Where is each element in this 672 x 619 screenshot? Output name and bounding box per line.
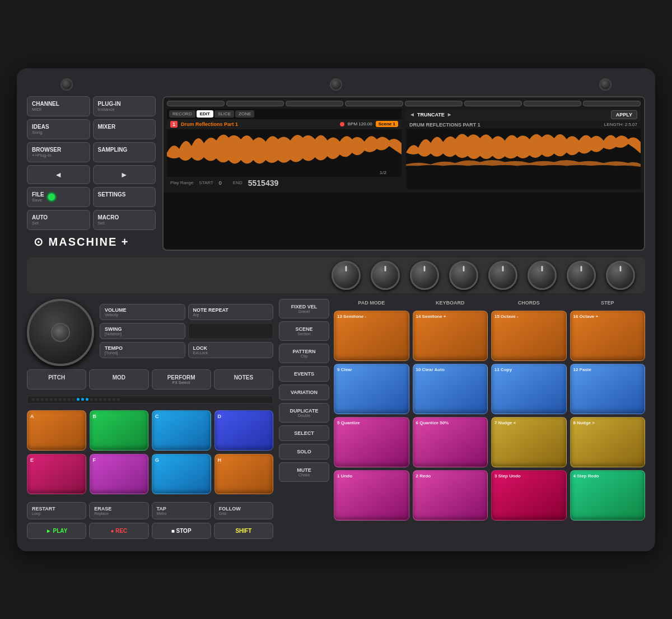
btn-mod[interactable]: MOD [89, 369, 148, 390]
btn-volume[interactable]: VOLUME Velocity [100, 304, 185, 320]
btn-variation[interactable]: VARIATION [279, 384, 329, 400]
btn-scene[interactable]: SCENE Section [279, 321, 329, 341]
btn-browser[interactable]: BROWSER ++Plug-In [27, 142, 90, 162]
btn-tap[interactable]: TAP Metro [152, 502, 211, 519]
main-knob-6[interactable] [528, 261, 557, 290]
btn-play[interactable]: ► PLAY [27, 523, 86, 539]
main-knob-2[interactable] [371, 261, 400, 290]
mode-buttons-row: PITCH MOD PERFORM FX Select NOTES [27, 369, 273, 390]
display-btn-6[interactable] [464, 101, 522, 106]
led-4 [45, 398, 48, 401]
btn-auto[interactable]: AUTO Set [27, 210, 90, 230]
btn-lock[interactable]: LOCK Ext.Lock [188, 342, 274, 358]
upper-section: CHANNEL MIDI PLUG-IN Instance IDEAS Song… [27, 96, 645, 251]
btn-restart[interactable]: RESTART Loop [27, 502, 86, 519]
rpad-8[interactable]: 8 Nudge > [570, 417, 646, 467]
rpad-11[interactable]: 11 Copy [491, 364, 567, 414]
btn-follow[interactable]: FOLLOW Grid [214, 502, 273, 519]
btn-file[interactable]: FILE Save [27, 187, 90, 207]
waveform-footer: Play Range START 0 END 5515439 [167, 177, 402, 189]
btn-select[interactable]: SELECT [279, 425, 329, 441]
btn-macro[interactable]: MACRO Set [93, 210, 156, 230]
main-knob-4[interactable] [449, 261, 478, 290]
btn-events[interactable]: EVENTS [279, 366, 329, 382]
rpad-16[interactable]: 16 Octave + [570, 311, 646, 361]
pad-h[interactable]: H [214, 454, 274, 494]
led-9 [68, 398, 71, 401]
btn-nav-left[interactable]: ◄ [27, 165, 90, 184]
btn-settings[interactable]: SETTINGS [93, 187, 156, 207]
btn-notes[interactable]: NOTES [214, 369, 273, 390]
pad-f[interactable]: F [90, 454, 149, 494]
btn-tempo[interactable]: TEMPO [Tuned] [100, 342, 185, 358]
display-btn-8[interactable] [583, 101, 641, 106]
pad-e[interactable]: E [27, 454, 86, 494]
btn-perform[interactable]: PERFORM FX Select [152, 369, 211, 390]
tab-record[interactable]: RECORD [169, 110, 195, 118]
btn-duplicate[interactable]: DUPLICATE Double [279, 403, 329, 423]
truncate-prev[interactable]: ◄ [409, 111, 415, 118]
btn-mixer[interactable]: MIXER [93, 119, 156, 139]
rpad-6[interactable]: 6 Quantize 50% [413, 417, 488, 467]
main-knob-5[interactable] [488, 261, 517, 290]
main-knob-1[interactable] [332, 261, 361, 290]
main-knob-7[interactable] [567, 261, 596, 290]
rpad-9[interactable]: 9 Clear [334, 364, 409, 414]
rpad-15[interactable]: 15 Octave - [491, 311, 567, 361]
top-knob-center[interactable] [330, 78, 342, 91]
rpad-4[interactable]: 4 Step Redo [570, 470, 646, 520]
track-number: 1 [170, 121, 178, 128]
tab-slice[interactable]: SLICE [214, 110, 234, 118]
pad-d[interactable]: D [214, 410, 274, 451]
rpad-2[interactable]: 2 Redo [413, 470, 488, 520]
btn-rec[interactable]: ● REC [89, 523, 148, 539]
tab-edit[interactable]: EDIT [197, 110, 213, 118]
rpad-5[interactable]: 5 Quantize [334, 417, 409, 467]
btn-swing[interactable]: SWING [Notation] [100, 323, 185, 339]
pad-g[interactable]: G [152, 454, 211, 494]
rpad-7[interactable]: 7 Nudge < [491, 417, 567, 467]
main-knob-3[interactable] [410, 261, 439, 290]
truncate-next[interactable]: ► [447, 111, 452, 118]
btn-plugin[interactable]: PLUG-IN Instance [93, 96, 156, 116]
rpad-14[interactable]: 14 Semitone + [413, 311, 488, 361]
rpad-12[interactable]: 12 Paste [570, 364, 646, 414]
btn-nav-right[interactable]: ► [93, 165, 156, 184]
led-16 [99, 398, 102, 401]
rpad-3[interactable]: 3 Step Undo [491, 470, 567, 520]
rpad-13[interactable]: 13 Semitone - [334, 311, 409, 361]
rpad-1[interactable]: 1 Undo [334, 470, 409, 520]
pad-b[interactable]: B [90, 410, 149, 451]
display-btn-1[interactable] [167, 101, 225, 106]
main-knob-8[interactable] [606, 261, 635, 290]
btn-sampling[interactable]: SAMPLING [93, 142, 156, 162]
jog-wheel[interactable] [27, 299, 94, 366]
btn-ideas[interactable]: IDEAS Song [27, 119, 90, 139]
btn-pattern[interactable]: PATTERN Clip [279, 344, 329, 363]
rpad-10[interactable]: 10 Clear Auto [413, 364, 488, 414]
pad-c[interactable]: C [152, 410, 211, 451]
brand-row: ⊙ MASCHINE + [34, 233, 156, 251]
top-knob-left[interactable] [60, 78, 73, 91]
display-btn-3[interactable] [286, 101, 343, 106]
btn-channel[interactable]: CHANNEL MIDI [27, 96, 90, 116]
track-name: Drum Reflections Part 1 [181, 121, 337, 127]
tab-zone[interactable]: ZONE [235, 110, 254, 118]
apply-button[interactable]: APPLY [611, 110, 637, 119]
btn-fixed-vel[interactable]: FIXED VEL Gravel [279, 299, 329, 318]
btn-erase[interactable]: ERASE Replace [89, 502, 148, 519]
pad-a[interactable]: A [27, 410, 86, 451]
btn-shift[interactable]: SHIFT [214, 523, 273, 539]
right-pad-grid-area: PAD MODE KEYBOARD CHORDS STEP 13 Semiton… [334, 299, 645, 520]
display-btn-5[interactable] [405, 101, 463, 106]
display-btn-2[interactable] [226, 101, 284, 106]
display-btn-4[interactable] [345, 101, 403, 106]
btn-note-repeat[interactable]: NOTE REPEAT Arp [188, 304, 274, 320]
param-controls: VOLUME Velocity NOTE REPEAT Arp SWING [N… [100, 304, 273, 361]
btn-solo[interactable]: SOLO [279, 444, 329, 459]
btn-stop[interactable]: ■ STOP [152, 523, 211, 539]
btn-mute[interactable]: MUTE Choke [279, 462, 329, 482]
display-btn-7[interactable] [524, 101, 581, 106]
btn-pitch[interactable]: PITCH [27, 369, 86, 390]
top-knob-right[interactable] [599, 78, 612, 91]
